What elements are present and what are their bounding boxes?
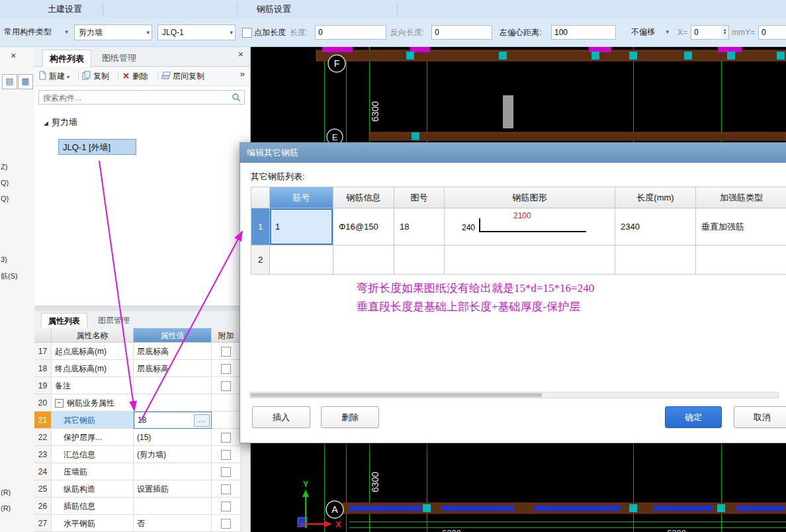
point-add-length-checkbox[interactable] (242, 28, 252, 38)
length-input[interactable] (315, 25, 386, 40)
property-name: 终点底标高(m) (52, 360, 134, 377)
property-value[interactable]: 设置插筋 (134, 480, 212, 498)
tab-component-list[interactable]: 构件列表 (42, 50, 91, 67)
search-icon[interactable] (232, 93, 241, 103)
property-row-selected[interactable]: 21 其它钢筋 18 … (34, 412, 241, 429)
chevron-down-icon: ▾ (230, 25, 233, 40)
attach-checkbox[interactable] (221, 467, 231, 477)
attach-checkbox[interactable] (221, 433, 231, 443)
new-button-label: 新建 (49, 71, 65, 81)
insert-button[interactable]: 插入 (252, 406, 310, 428)
property-value[interactable] (134, 498, 212, 515)
property-value[interactable] (134, 377, 212, 394)
property-value[interactable] (134, 463, 212, 480)
rebar-info-cell[interactable]: Φ16@150 (333, 208, 394, 245)
tree-item-jlq1[interactable]: JLQ-1 [外墙] (58, 139, 136, 155)
empty-cell[interactable] (333, 245, 394, 275)
component-select[interactable]: JLQ-1 ▾ (157, 24, 236, 40)
total-length-cell[interactable]: 2340 (615, 208, 696, 245)
property-value[interactable]: (15) (134, 429, 212, 446)
delete-button[interactable]: 删除 (321, 406, 379, 428)
property-row[interactable]: 27 水平钢筋 否 (34, 515, 241, 532)
ellipsis-button[interactable]: … (194, 414, 210, 427)
offset-mode-dropdown[interactable]: 不偏移 ▾ (627, 24, 671, 40)
reinforce-type-cell[interactable]: 垂直加强筋 (696, 208, 786, 245)
component-type-dropdown[interactable]: 常用构件类型 ▾ (0, 24, 70, 40)
property-row[interactable]: 18 终点底标高(m) 层底标高 (34, 360, 241, 377)
clipped-label: Q) (1, 179, 9, 187)
tree-expanded-icon[interactable]: ◢ (44, 120, 48, 126)
property-value[interactable]: 层底标高 (134, 343, 212, 360)
list-view-icon[interactable]: ▤ (2, 74, 17, 89)
x-spinner[interactable]: ▲▼ (721, 25, 729, 40)
attach-checkbox[interactable] (221, 450, 231, 460)
y-coordinate-input[interactable] (758, 25, 786, 40)
rebar-shape-cell[interactable]: 240 2100 (445, 208, 615, 245)
property-name: 起点底标高(m) (52, 343, 134, 360)
attach-checkbox[interactable] (221, 381, 231, 391)
attach-checkbox[interactable] (221, 484, 231, 494)
property-value[interactable]: 层底标高 (134, 360, 212, 377)
tab-layer-management[interactable]: 图层管理 (91, 313, 136, 328)
column-header-type[interactable]: 加强筋类型 (696, 187, 786, 208)
tab-drawing-management[interactable]: 图纸管理 (95, 50, 143, 66)
dialog-title-bar[interactable]: 编辑其它钢筋 (240, 143, 786, 163)
table-horizontal-scrollbar[interactable] (249, 392, 779, 398)
copy-component-button[interactable]: 复制 (82, 69, 109, 83)
property-group-row[interactable]: 20 −钢筋业务属性 (34, 394, 241, 412)
tab-property-list[interactable]: 属性列表 (41, 313, 87, 329)
property-value-editor[interactable]: 18 … (134, 412, 212, 429)
attach-checkbox[interactable] (221, 347, 231, 357)
column-header-info[interactable]: 钢筋信息 (333, 187, 394, 208)
tab-rebar-settings[interactable]: 钢筋设置 (257, 0, 291, 19)
property-name: 纵筋构造 (52, 480, 134, 498)
scrollbar-thumb[interactable] (251, 393, 542, 397)
property-row[interactable]: 23 汇总信息 (剪力墙) (34, 446, 241, 463)
empty-cell[interactable] (615, 245, 696, 275)
wall-type-select[interactable]: 剪力墙 ▾ (74, 24, 152, 40)
collapse-icon[interactable]: − (55, 399, 64, 408)
delete-component-button[interactable]: 删除 (122, 69, 148, 83)
empty-cell[interactable] (696, 245, 786, 275)
attach-checkbox[interactable] (221, 364, 231, 374)
bar-no-cell[interactable]: 1 (270, 208, 333, 245)
tree-node-shear-wall[interactable]: ◢剪力墙 (44, 115, 77, 130)
column-header-bar-no[interactable]: 筋号 (270, 187, 333, 208)
close-icon[interactable]: × (238, 49, 243, 60)
empty-cell[interactable] (270, 245, 333, 275)
left-offset-input[interactable] (551, 25, 616, 40)
fig-no-cell[interactable]: 18 (394, 208, 445, 245)
column-block[interactable] (503, 95, 513, 128)
ok-button[interactable]: 确定 (665, 406, 722, 428)
toolbar-overflow-button[interactable]: » (240, 69, 245, 79)
property-row[interactable]: 26 插筋信息 (34, 498, 241, 515)
close-icon[interactable]: × (11, 50, 16, 61)
property-row[interactable]: 17 起点底标高(m) 层底标高 (34, 343, 241, 360)
property-row[interactable]: 22 保护层厚... (15) (34, 429, 241, 446)
x-coordinate-input[interactable] (691, 25, 724, 40)
layer-copy-button[interactable]: 层间复制 (161, 69, 204, 83)
new-component-button[interactable]: 新建▾ (38, 69, 69, 83)
reverse-length-input[interactable] (431, 25, 492, 40)
svg-text:F: F (334, 58, 340, 69)
column-header-shape[interactable]: 钢筋图形 (445, 187, 615, 208)
row-header-2[interactable]: 2 (251, 245, 270, 275)
property-row[interactable]: 25 纵筋构造 设置插筋 (34, 480, 241, 498)
column-header-fig-no[interactable]: 图号 (394, 187, 445, 208)
property-row[interactable]: 19 备注 (34, 377, 241, 394)
attach-checkbox[interactable] (221, 502, 231, 511)
property-value[interactable]: (剪力墙) (134, 446, 212, 463)
tab-civil-settings[interactable]: 土建设置 (48, 0, 82, 19)
column-header-length[interactable]: 长度(mm) (615, 187, 696, 208)
empty-cell[interactable] (394, 245, 445, 275)
attach-checkbox[interactable] (221, 519, 231, 529)
search-input[interactable] (42, 91, 230, 105)
row-header-1[interactable]: 1 (251, 208, 270, 245)
property-row[interactable]: 24 压墙筋 (34, 463, 241, 480)
grid-view-icon[interactable]: ▦ (18, 74, 33, 89)
spinner-down-icon[interactable]: ▼ (723, 31, 727, 35)
property-value[interactable]: 否 (134, 515, 212, 532)
cancel-button[interactable]: 取消 (734, 406, 786, 428)
vertical-dimension-top: 6300 (370, 101, 380, 122)
empty-cell[interactable] (445, 245, 615, 275)
